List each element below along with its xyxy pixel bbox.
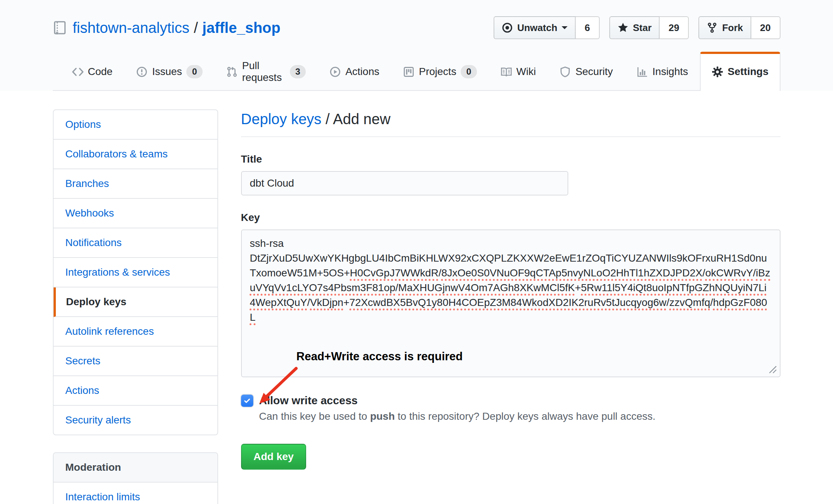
play-icon <box>329 66 341 78</box>
sidebar-item-secrets[interactable]: Secrets <box>54 347 217 376</box>
tab-security-label: Security <box>575 66 613 78</box>
sidebar-item-collaborators-teams[interactable]: Collaborators & teams <box>54 140 217 169</box>
checkbox-help-text: Can this key be used to push to this rep… <box>259 411 780 422</box>
title-field-label: Title <box>241 153 780 165</box>
tab-settings[interactable]: Settings <box>700 52 780 91</box>
tab-wiki[interactable]: Wiki <box>489 52 548 91</box>
sidebar-item-options[interactable]: Options <box>54 110 217 140</box>
sidebar-item-notifications[interactable]: Notifications <box>54 228 217 258</box>
repo-social-actions: Unwatch6Star29Fork20 <box>494 16 780 39</box>
fork-button-label: Fork <box>722 23 743 33</box>
star-button-label: Star <box>633 23 652 33</box>
tab-actions[interactable]: Actions <box>318 52 391 91</box>
check-icon <box>243 397 251 405</box>
dropdown-caret-icon <box>562 26 568 32</box>
star-button-group: Star29 <box>609 16 689 39</box>
unwatch-count[interactable]: 6 <box>576 16 599 39</box>
breadcrumb-current: Add new <box>333 111 391 127</box>
sidebar-item-webhooks[interactable]: Webhooks <box>54 199 217 228</box>
tab-security[interactable]: Security <box>548 52 624 91</box>
fork-icon <box>707 22 718 33</box>
deploy-keys-breadcrumb-link[interactable]: Deploy keys <box>241 111 322 127</box>
breadcrumb: Deploy keys / Add new <box>241 111 780 137</box>
sidebar-item-security-alerts[interactable]: Security alerts <box>54 406 217 435</box>
graph-icon <box>637 66 648 78</box>
code-icon <box>72 66 84 78</box>
tab-actions-label: Actions <box>345 66 379 78</box>
settings-menu: OptionsCollaborators & teamsBranchesWebh… <box>53 109 218 435</box>
sidebar-item-deploy-keys[interactable]: Deploy keys <box>54 287 217 317</box>
tab-issues[interactable]: Issues0 <box>124 52 214 91</box>
add-key-button[interactable]: Add key <box>241 444 307 470</box>
fork-button[interactable]: Fork <box>698 16 751 39</box>
star-icon <box>617 22 629 33</box>
sidebar-item-branches[interactable]: Branches <box>54 169 217 199</box>
moderation-menu: Moderation Interaction limits <box>53 452 218 504</box>
fork-button-group: Fork20 <box>698 16 780 39</box>
repo-tab-nav: CodeIssues0Pull requests3ActionsProjects… <box>53 52 780 91</box>
gear-icon <box>712 66 723 78</box>
unwatch-button-label: Unwatch <box>517 23 557 33</box>
unwatch-button[interactable]: Unwatch <box>494 16 576 39</box>
repo-name-link[interactable]: jaffle_shop <box>202 20 280 36</box>
moderation-section-header: Moderation <box>54 453 217 483</box>
tab-insights[interactable]: Insights <box>625 52 700 91</box>
sidebar-item-interaction-limits[interactable]: Interaction limits <box>54 483 217 504</box>
eye-icon <box>502 22 513 33</box>
breadcrumb-separator: / <box>321 111 333 127</box>
repo-book-icon <box>53 21 73 35</box>
title-input[interactable] <box>241 171 568 195</box>
settings-sidebar: OptionsCollaborators & teamsBranchesWebh… <box>53 109 218 504</box>
tab-projects[interactable]: Projects0 <box>391 52 489 91</box>
sidebar-item-actions[interactable]: Actions <box>54 376 217 406</box>
shield-icon <box>559 66 571 78</box>
sidebar-item-autolink-references[interactable]: Autolink references <box>54 317 217 347</box>
issues-count-badge: 0 <box>186 65 202 78</box>
star-count[interactable]: 29 <box>660 16 689 39</box>
unwatch-button-group: Unwatch6 <box>494 16 600 39</box>
tab-wiki-label: Wiki <box>517 66 536 78</box>
projects-count-badge: 0 <box>461 65 477 78</box>
tab-pull-requests-label: Pull requests <box>242 60 285 84</box>
pull-request-icon <box>226 66 238 78</box>
github-repo-settings-page: fishtown-analytics / jaffle_shop Unwatch… <box>0 0 833 504</box>
key-field-label: Key <box>241 212 780 224</box>
tab-projects-label: Projects <box>419 66 456 78</box>
fork-count[interactable]: 20 <box>751 16 780 39</box>
annotation-text: Read+Write access is required <box>297 350 463 363</box>
tab-issues-label: Issues <box>152 66 182 78</box>
star-button[interactable]: Star <box>609 16 660 39</box>
tab-insights-label: Insights <box>653 66 688 78</box>
repo-title: fishtown-analytics / jaffle_shop <box>73 20 281 36</box>
pull-requests-count-badge: 3 <box>290 65 306 78</box>
repo-path-separator: / <box>194 20 198 36</box>
tab-pull-requests[interactable]: Pull requests3 <box>214 52 318 91</box>
repo-owner-link[interactable]: fishtown-analytics <box>73 20 190 36</box>
allow-write-access-checkbox[interactable] <box>241 395 253 407</box>
allow-write-access-label[interactable]: Allow write access <box>259 394 358 407</box>
wiki-icon <box>501 66 512 78</box>
issue-icon <box>136 66 148 78</box>
deploy-key-form: Deploy keys / Add new Title Key ssh-rsa … <box>241 109 780 504</box>
textarea-resize-grip[interactable] <box>767 364 778 374</box>
tab-code[interactable]: Code <box>60 52 125 91</box>
tab-settings-label: Settings <box>728 66 768 78</box>
project-icon <box>403 66 414 78</box>
sidebar-item-integrations-services[interactable]: Integrations & services <box>54 258 217 287</box>
tab-code-label: Code <box>88 66 113 78</box>
page-header: fishtown-analytics / jaffle_shop Unwatch… <box>0 0 833 91</box>
